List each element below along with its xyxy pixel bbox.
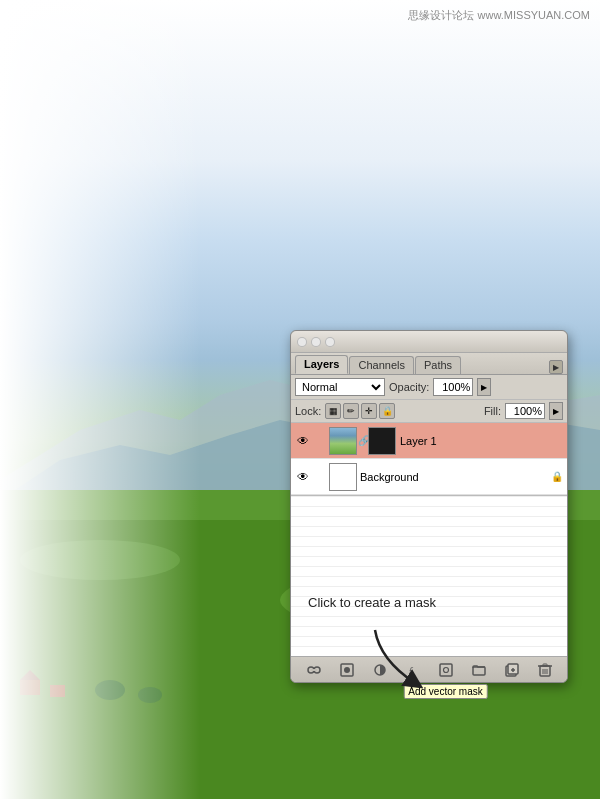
add-layer-mask-btn[interactable] — [338, 661, 356, 679]
layers-list: 👁 🔗 Layer 1 👁 Background 🔒 — [291, 423, 567, 496]
create-new-layer-btn[interactable] — [503, 661, 521, 679]
panel-menu-arrow[interactable]: ▶ — [549, 360, 563, 374]
svg-point-21 — [443, 667, 448, 672]
layer1-link-icon: 🔗 — [360, 433, 368, 449]
layer1-mask-image — [369, 428, 395, 454]
panel-toolbar: ƒ Add vector mask — [291, 656, 567, 682]
tab-paths[interactable]: Paths — [415, 356, 461, 374]
background-name: Background — [360, 471, 551, 483]
fill-arrow[interactable]: ▶ — [549, 402, 563, 420]
svg-rect-29 — [543, 664, 547, 666]
layer-row-layer1[interactable]: 👁 🔗 Layer 1 — [291, 423, 567, 459]
panel-tabs: Layers Channels Paths ▶ — [291, 353, 567, 375]
lock-fill-row: Lock: ▦ ✏ ✛ 🔒 Fill: ▶ — [291, 400, 567, 423]
layer1-thumbnail — [329, 427, 357, 455]
lock-label: Lock: — [295, 405, 321, 417]
panel-titlebar — [291, 331, 567, 353]
fill-input[interactable] — [505, 403, 545, 419]
svg-rect-11 — [0, 0, 200, 799]
layer1-thumb-image — [330, 428, 356, 454]
delete-layer-btn[interactable] — [536, 661, 554, 679]
blend-mode-select[interactable]: Normal Multiply Screen — [295, 378, 385, 396]
tab-channels[interactable]: Channels — [349, 356, 413, 374]
opacity-label: Opacity: — [389, 381, 429, 393]
svg-rect-22 — [473, 667, 485, 675]
opacity-input[interactable] — [433, 378, 473, 396]
layers-empty-area — [291, 496, 567, 656]
close-button[interactable] — [297, 337, 307, 347]
background-lock-icon: 🔒 — [551, 471, 563, 483]
add-vector-mask-btn[interactable] — [437, 661, 455, 679]
layer1-name: Layer 1 — [400, 435, 563, 447]
fill-label: Fill: — [484, 405, 501, 417]
opacity-arrow[interactable]: ▶ — [477, 378, 491, 396]
layer1-visibility-eye[interactable]: 👁 — [295, 433, 311, 449]
lock-paint-btn[interactable]: ✏ — [343, 403, 359, 419]
svg-rect-15 — [311, 669, 317, 671]
tab-layers[interactable]: Layers — [295, 355, 348, 374]
lock-all-btn[interactable]: 🔒 — [379, 403, 395, 419]
svg-point-17 — [344, 667, 350, 673]
link-layers-btn[interactable] — [305, 661, 323, 679]
maximize-button[interactable] — [325, 337, 335, 347]
background-visibility-eye[interactable]: 👁 — [295, 469, 311, 485]
lock-pixels-btn[interactable]: ▦ — [325, 403, 341, 419]
background-thumbnail — [329, 463, 357, 491]
watermark: 思缘设计论坛 www.MISSYUAN.COM — [408, 8, 590, 23]
lock-icons: ▦ ✏ ✛ 🔒 — [325, 403, 395, 419]
blend-opacity-row: Normal Multiply Screen Opacity: ▶ — [291, 375, 567, 400]
traffic-lights — [297, 337, 335, 347]
add-layer-style-btn[interactable]: ƒ — [404, 661, 422, 679]
layer-row-background[interactable]: 👁 Background 🔒 — [291, 459, 567, 495]
minimize-button[interactable] — [311, 337, 321, 347]
layers-panel: Layers Channels Paths ▶ Normal Multiply … — [290, 330, 568, 683]
layer1-mask-thumbnail — [368, 427, 396, 455]
create-group-btn[interactable] — [470, 661, 488, 679]
background-thumb-image — [330, 464, 356, 490]
layer1-chain-area — [313, 434, 327, 448]
svg-rect-20 — [440, 664, 452, 676]
create-adjustment-btn[interactable] — [371, 661, 389, 679]
background-chain-area — [313, 470, 327, 484]
svg-text:ƒ: ƒ — [408, 664, 414, 676]
lock-position-btn[interactable]: ✛ — [361, 403, 377, 419]
